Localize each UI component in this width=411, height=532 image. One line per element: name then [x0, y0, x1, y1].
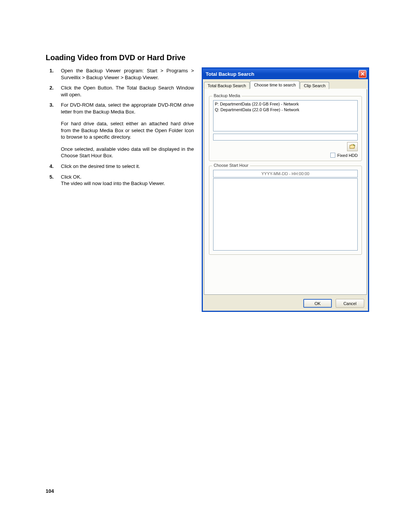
close-button[interactable]: ✕ [358, 70, 366, 78]
step-1: 1. Open the Backup Viewer program: Start… [61, 67, 194, 81]
tab-total-backup-search[interactable]: Total Backup Search [204, 82, 250, 89]
open-folder-button[interactable] [347, 142, 358, 151]
list-item[interactable]: P: DepartmentData (22.0 GB Free) - Netwo… [215, 101, 356, 107]
tab-row: Total Backup Search Choose time to searc… [203, 79, 368, 89]
step-subtext: The video will now load into the Backup … [61, 180, 194, 187]
dialog-titlebar[interactable]: Total Backup Search ✕ [203, 69, 368, 79]
dialog-title: Total Backup Search [206, 71, 255, 77]
backup-media-listbox[interactable]: P: DepartmentData (22.0 GB Free) - Netwo… [213, 100, 358, 131]
step-3: 3. For DVD-ROM data, select the appropri… [61, 102, 194, 159]
choose-start-hour-legend: Choose Start Hour [212, 163, 250, 168]
step-subtext: For hard drive data, select either an at… [61, 120, 194, 141]
step-number: 2. [49, 85, 54, 91]
ok-button[interactable]: OK [303, 299, 332, 308]
step-number: 4. [49, 163, 54, 170]
step-text: Click on the desired time to select it. [61, 163, 140, 169]
fixed-hdd-label: Fixed HDD [337, 153, 358, 158]
instructions-column: 1. Open the Backup Viewer program: Start… [46, 67, 194, 191]
path-input[interactable] [213, 134, 358, 141]
dialog-button-row: OK Cancel [203, 296, 368, 311]
total-backup-search-dialog: Total Backup Search ✕ Total Backup Searc… [202, 67, 369, 312]
choose-start-hour-fieldset: Choose Start Hour YYYY-MM-DD - HH:00:00 [209, 166, 362, 255]
folder-open-icon [349, 144, 355, 149]
backup-media-legend: Backup Media [212, 93, 242, 98]
backup-media-fieldset: Backup Media P: DepartmentData (22.0 GB … [209, 96, 362, 161]
page-number: 104 [46, 488, 54, 494]
step-4: 4. Click on the desired time to select i… [61, 163, 194, 170]
tab-content: Backup Media P: DepartmentData (22.0 GB … [204, 89, 367, 295]
start-hour-input[interactable]: YYYY-MM-DD - HH:00:00 [213, 170, 358, 177]
step-text: Open the Backup Viewer program: Start > … [61, 68, 194, 80]
fixed-hdd-checkbox[interactable] [330, 153, 335, 158]
section-title: Loading Video from DVD or Hard Drive [46, 53, 369, 62]
cancel-button[interactable]: Cancel [336, 299, 364, 308]
step-subtext: Once selected, available video data will… [61, 146, 194, 159]
step-text: For DVD-ROM data, select the appropriate… [61, 102, 194, 115]
step-2: 2. Click the Open Button. The Total Back… [61, 85, 194, 98]
step-number: 3. [49, 102, 54, 109]
tab-choose-time[interactable]: Choose time to search [250, 81, 299, 89]
step-5: 5. Click OK. The video will now load int… [61, 174, 194, 187]
close-icon: ✕ [360, 71, 365, 77]
step-number: 5. [49, 174, 54, 181]
step-number: 1. [49, 67, 54, 74]
start-hour-listbox[interactable] [213, 178, 358, 251]
tab-clip-search[interactable]: Clip Search [300, 82, 329, 89]
step-text: Click OK. [61, 174, 81, 180]
step-text: Click the Open Button. The Total Backup … [61, 85, 194, 97]
list-item[interactable]: Q: DepartmentData (22.0 GB Free) - Netwo… [215, 107, 356, 113]
